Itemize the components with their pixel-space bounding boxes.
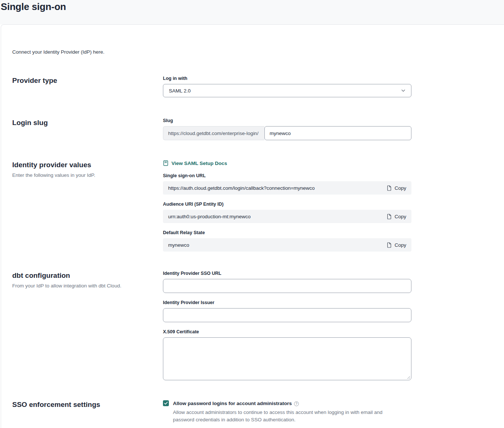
copy-audience-uri-button[interactable]: Copy xyxy=(387,214,406,219)
slug-label: Slug xyxy=(163,118,411,123)
sso-settings-card: Connect your Identity Provider (IdP) her… xyxy=(1,24,504,428)
relay-state-label: Default Relay State xyxy=(163,230,411,235)
audience-uri-label: Audience URI (SP Entity ID) xyxy=(163,202,411,207)
password-logins-option: Allow password logins for account admini… xyxy=(163,400,411,424)
idp-issuer-input[interactable] xyxy=(163,308,411,322)
journal-text-icon xyxy=(163,160,168,166)
dbt-configuration-section: dbt configuration From your IdP to allow… xyxy=(12,271,504,380)
password-logins-description: Allow account administrators to continue… xyxy=(173,409,402,424)
password-logins-checkbox[interactable] xyxy=(163,400,169,406)
copy-button-label: Copy xyxy=(394,214,406,219)
sso-url-row: https://auth.cloud.getdbt.com/login/call… xyxy=(163,181,411,195)
provider-type-heading: Provider type xyxy=(12,77,163,85)
slug-prefix: https://cloud.getdbt.com/enterprise-logi… xyxy=(163,126,264,140)
relay-state-group: Default Relay State mynewco Copy xyxy=(163,230,411,252)
login-with-label: Log in with xyxy=(163,76,411,81)
copy-button-label: Copy xyxy=(394,185,406,191)
audience-uri-group: Audience URI (SP Entity ID) urn:auth0:us… xyxy=(163,202,411,223)
relay-state-value: mynewco xyxy=(168,242,189,248)
resize-handle[interactable] xyxy=(407,375,410,379)
idp-sso-url-input[interactable] xyxy=(163,279,411,293)
view-saml-docs-link[interactable]: View SAML Setup Docs xyxy=(163,160,227,166)
idp-issuer-group: Identity Provider Issuer xyxy=(163,300,411,322)
audience-uri-value: urn:auth0:us-production-mt:mynewco xyxy=(168,214,251,219)
dbt-configuration-heading: dbt configuration xyxy=(12,272,163,280)
page-title: Single sign-on xyxy=(1,1,504,13)
copy-button-label: Copy xyxy=(394,242,406,248)
dbt-configuration-subheading: From your IdP to allow integration with … xyxy=(12,283,163,289)
idp-sso-url-group: Identity Provider SSO URL xyxy=(163,271,411,293)
copy-sso-url-button[interactable]: Copy xyxy=(387,185,406,191)
page-header: Single sign-on xyxy=(0,0,504,24)
sso-enforcement-heading: SSO enforcement settings xyxy=(12,401,163,409)
idp-values-subheading: Enter the following values in your IdP. xyxy=(12,172,163,178)
copy-icon xyxy=(387,242,391,248)
idp-issuer-label: Identity Provider Issuer xyxy=(163,300,411,305)
checkmark-icon xyxy=(164,402,168,405)
audience-uri-row: urn:auth0:us-production-mt:mynewco Copy xyxy=(163,210,411,223)
password-logins-label: Allow password logins for account admini… xyxy=(173,401,292,406)
copy-icon xyxy=(387,185,391,191)
sso-enforcement-section: SSO enforcement settings Allow password … xyxy=(12,400,504,424)
idp-values-heading: Identity provider values xyxy=(12,161,163,169)
slug-input[interactable] xyxy=(264,126,411,140)
certificate-label: X.509 Certificate xyxy=(163,329,411,334)
login-with-select[interactable]: SAML 2.0 xyxy=(163,84,411,97)
login-slug-heading: Login slug xyxy=(12,119,163,127)
relay-state-row: mynewco Copy xyxy=(163,238,411,252)
view-saml-docs-label: View SAML Setup Docs xyxy=(171,161,227,166)
idp-sso-url-label: Identity Provider SSO URL xyxy=(163,271,411,276)
certificate-textarea[interactable] xyxy=(163,337,411,380)
certificate-group: X.509 Certificate xyxy=(163,329,411,380)
intro-text: Connect your Identity Provider (IdP) her… xyxy=(12,49,504,55)
provider-type-section: Provider type Log in with SAML 2.0 xyxy=(12,76,504,97)
slug-field: https://cloud.getdbt.com/enterprise-logi… xyxy=(163,126,411,140)
login-slug-section: Login slug Slug https://cloud.getdbt.com… xyxy=(12,118,504,140)
chevron-down-icon xyxy=(401,89,405,92)
login-with-selected-value: SAML 2.0 xyxy=(169,88,191,94)
sso-url-group: Single sign-on URL https://auth.cloud.ge… xyxy=(163,173,411,195)
idp-values-section: Identity provider values Enter the follo… xyxy=(12,160,504,252)
sso-url-value: https://auth.cloud.getdbt.com/login/call… xyxy=(168,185,315,191)
copy-relay-state-button[interactable]: Copy xyxy=(387,242,406,248)
copy-icon xyxy=(387,214,391,219)
help-circle-icon[interactable]: ? xyxy=(294,401,299,406)
sso-url-label: Single sign-on URL xyxy=(163,173,411,178)
